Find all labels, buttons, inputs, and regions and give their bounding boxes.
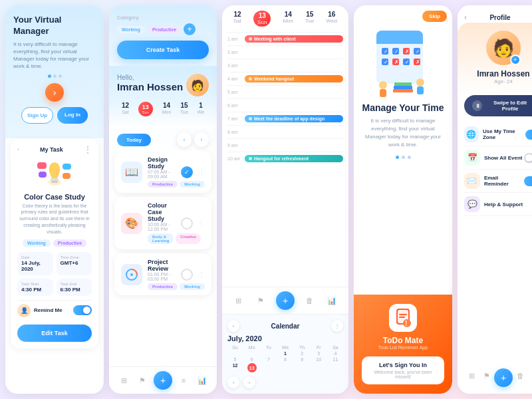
calendar-label: Calendar xyxy=(271,323,300,330)
add-task-button[interactable]: + xyxy=(154,371,172,390)
sched-add-button[interactable]: + xyxy=(276,291,295,310)
back-button[interactable]: ‹ xyxy=(464,13,467,22)
task-check-project[interactable] xyxy=(181,269,193,281)
event-meeting[interactable]: Meeting with client xyxy=(245,35,343,43)
next-button[interactable]: › xyxy=(45,83,64,102)
cal-dots-button[interactable]: ⋮ xyxy=(331,320,343,332)
event-deadline[interactable]: Meet the deadline of app design xyxy=(245,115,343,122)
nav-home-icon[interactable]: ⊞ xyxy=(116,373,131,388)
task-check-design[interactable]: ✓ xyxy=(181,166,193,178)
avatar-add-button[interactable]: + xyxy=(510,55,521,65)
sched-nav-2[interactable]: ⚑ xyxy=(253,293,268,308)
event-hangout[interactable]: Weekend hangout xyxy=(245,75,343,82)
profile-add-button[interactable]: + xyxy=(494,368,513,387)
list-item[interactable]: 📖 Design Study 07:00 AM - 09:00 AM Produ… xyxy=(114,151,211,193)
add-category-button[interactable]: + xyxy=(184,23,196,35)
tag-productive-design: Productive xyxy=(148,181,178,188)
cal-day-9[interactable]: 9 xyxy=(295,357,310,362)
cal-prev-arrow[interactable]: ‹ xyxy=(227,320,239,332)
tag-creative-colour: Creative xyxy=(176,233,201,244)
swipe-edit-button[interactable]: ⏸ Swipe to Edit Profile xyxy=(464,95,532,116)
event-dot xyxy=(249,117,252,120)
task-tags-colour: Body & Learning Creative xyxy=(148,233,176,244)
sched-day-wed[interactable]: 16 Wed xyxy=(327,11,337,27)
create-task-button[interactable]: Create Task xyxy=(117,41,209,59)
schedule-view: 12 Sat 13 Sun 14 Mon 15 Tue 16 Wed xyxy=(222,5,348,287)
cal-day-11[interactable]: 11 xyxy=(328,357,343,362)
cal-day-2[interactable]: 2 xyxy=(295,351,310,356)
svg-point-30 xyxy=(416,78,424,86)
cat-tag-working[interactable]: Working xyxy=(117,26,145,33)
cal-day-13[interactable]: 13 xyxy=(247,363,257,372)
task-nav-back[interactable]: ‹ xyxy=(17,146,19,152)
task-check-colour[interactable] xyxy=(181,217,193,229)
sched-nav-4[interactable]: 📊 xyxy=(325,293,339,308)
cal-header-th: Th xyxy=(295,345,310,350)
task-menu-project[interactable]: ⋮ xyxy=(198,271,205,278)
task-menu-colour[interactable]: ⋮ xyxy=(198,219,205,227)
cal-day-8[interactable]: 8 xyxy=(277,357,293,362)
login-button[interactable]: Log In xyxy=(57,107,88,124)
skip-button[interactable]: Skip xyxy=(422,11,447,22)
cal-day-10[interactable]: 10 xyxy=(311,357,327,362)
cal-day-3[interactable]: 3 xyxy=(311,351,327,356)
time-label-7am: 7 am xyxy=(227,116,242,121)
cal-day-12[interactable]: 12 xyxy=(227,363,243,372)
svg-rect-5 xyxy=(63,164,71,170)
day-sun[interactable]: 13 Sun xyxy=(138,102,153,116)
cal-nav-right: ⋮ xyxy=(331,320,343,332)
category-label: Category xyxy=(117,15,209,21)
events-toggle[interactable] xyxy=(524,153,532,163)
signup-button[interactable]: Sign Up xyxy=(21,107,53,124)
cal-day-1[interactable]: 1 xyxy=(277,351,293,356)
sched-day-mon[interactable]: 14 Mon xyxy=(283,11,293,27)
sched-day-sat[interactable]: 12 Sat xyxy=(233,11,241,27)
day-sat[interactable]: 12 Sat xyxy=(122,102,129,116)
nav-list-icon[interactable]: ≡ xyxy=(176,373,191,388)
today-button[interactable]: Today xyxy=(117,134,151,146)
prev-arrow[interactable]: ‹ xyxy=(177,132,192,147)
sched-nav-1[interactable]: ⊞ xyxy=(231,293,246,308)
nav-stats-icon[interactable]: 📊 xyxy=(195,373,209,388)
sched-day-sun[interactable]: 13 Sun xyxy=(253,11,271,27)
task-tags: Working Productive xyxy=(17,239,92,247)
svg-rect-4 xyxy=(39,172,47,178)
nav-flag-icon[interactable]: ⚑ xyxy=(135,373,150,388)
sched-nav-3[interactable]: 🗑 xyxy=(303,293,317,308)
day-tue[interactable]: 15 Tue xyxy=(180,102,188,116)
cal-day-5[interactable]: 5 xyxy=(227,357,243,362)
task-icon-project xyxy=(121,264,142,285)
list-item[interactable]: Project Review 01:00 PM - 03:00 PM Produ… xyxy=(114,253,211,295)
day-mon[interactable]: 14 Mon xyxy=(162,102,172,116)
event-dot xyxy=(249,37,252,41)
cal-prev-month[interactable]: ‹ xyxy=(227,376,239,388)
next-arrow[interactable]: › xyxy=(194,132,209,147)
cal-day-6[interactable]: 6 xyxy=(244,357,259,362)
list-item[interactable]: 🎨 Colour Case Study 10:00 AM - 12:00 PM … xyxy=(114,197,211,249)
cal-header-we: We xyxy=(277,345,293,350)
hello-header: Hello, Imran Hossen 🧑 12 Sat 13 Sun 14 M… xyxy=(109,66,217,128)
cal-next-month[interactable]: › xyxy=(243,376,255,388)
svg-rect-33 xyxy=(394,86,412,89)
time-label-4am: 4 am xyxy=(227,76,242,81)
profile-nav-3[interactable]: 🗑 xyxy=(513,368,527,383)
task-menu-design[interactable]: ⋮ xyxy=(198,168,205,176)
remind-toggle[interactable] xyxy=(73,305,92,315)
profile-nav-1[interactable]: ⊞ xyxy=(464,368,479,383)
sched-day-tue[interactable]: 15 Tue xyxy=(305,11,315,27)
task-menu-button[interactable]: ⋮ xyxy=(84,145,92,154)
task-time-project: 01:00 PM - 03:00 PM xyxy=(148,272,176,281)
day-wed[interactable]: 1 We xyxy=(198,102,204,116)
timezone-toggle[interactable] xyxy=(525,130,532,140)
profile-nav-2[interactable]: ⚑ xyxy=(479,368,494,383)
edit-task-button[interactable]: Edit Task xyxy=(17,325,92,342)
svg-text:✓: ✓ xyxy=(405,59,410,65)
cal-day-7[interactable]: 7 xyxy=(261,357,276,362)
cal-day-4[interactable]: 4 xyxy=(328,351,343,356)
task-tags-design: Productive Working xyxy=(148,181,176,188)
email-toggle[interactable] xyxy=(524,176,532,186)
profile-nav-4[interactable]: ● xyxy=(528,368,532,383)
event-refresh[interactable]: Hangout for refreshment xyxy=(245,155,343,162)
cat-tag-productive[interactable]: Productive xyxy=(148,26,181,33)
svg-rect-11 xyxy=(376,37,423,44)
